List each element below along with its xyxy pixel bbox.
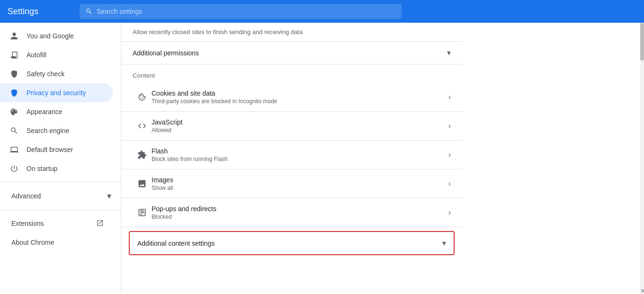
additional-content-settings-label: Additional content settings <box>137 240 442 247</box>
sidebar-label-search-engine: Search engine <box>27 127 104 134</box>
sidebar-label-you-and-google: You and Google <box>27 32 104 40</box>
sidebar-item-appearance[interactable]: Appearance <box>0 102 113 121</box>
palette-icon <box>9 107 19 116</box>
popups-text: Pop-ups and redirects Blocked <box>152 205 448 220</box>
chevron-right-images-icon: › <box>448 179 451 188</box>
sidebar-label-autofill: Autofill <box>27 51 104 59</box>
flash-subtitle: Block sites from running Flash <box>152 156 448 162</box>
cookies-subtitle: Third-party cookies are blocked in Incog… <box>152 98 448 105</box>
content-inner: Allow recently closed sites to finish se… <box>121 23 462 255</box>
puzzle-icon <box>133 150 152 160</box>
search-input[interactable] <box>97 8 396 15</box>
chevron-right-cookies-icon: › <box>448 93 451 101</box>
sidebar-item-advanced[interactable]: Advanced ▾ <box>0 186 121 206</box>
sidebar-item-about-chrome[interactable]: About Chrome <box>0 233 113 252</box>
chevron-right-flash-icon: › <box>448 151 451 159</box>
additional-permissions-row[interactable]: Additional permissions ▾ <box>121 42 462 64</box>
chevron-down-permissions-icon: ▾ <box>447 48 451 57</box>
sidebar-label-default-browser: Default browser <box>27 146 104 153</box>
display-icon <box>9 145 19 154</box>
search-icon <box>85 8 93 15</box>
svg-point-1 <box>142 97 143 98</box>
javascript-subtitle: Allowed <box>152 127 448 134</box>
cookies-title: Cookies and site data <box>152 89 448 97</box>
receipt-icon <box>9 50 19 60</box>
chevron-down-content-icon: ▾ <box>442 239 446 248</box>
sidebar-divider-2 <box>0 210 121 210</box>
shield-blue-icon <box>9 88 19 98</box>
about-chrome-label: About Chrome <box>11 239 104 246</box>
external-link-icon <box>96 219 104 228</box>
javascript-row[interactable]: JavaScript Allowed › <box>121 112 462 141</box>
main-layout: You and Google Autofill Safety check Pri… <box>0 23 644 294</box>
images-text: Images Show all <box>152 176 448 191</box>
flash-text: Flash Block sites from running Flash <box>152 147 448 162</box>
sidebar-label-on-startup: On startup <box>27 165 104 172</box>
settings-title: Settings <box>8 7 74 17</box>
chevron-right-javascript-icon: › <box>448 122 451 130</box>
popup-icon <box>133 208 152 217</box>
code-icon <box>133 121 152 131</box>
sidebar-label-privacy-security: Privacy and security <box>27 89 104 97</box>
svg-point-2 <box>141 98 142 99</box>
images-subtitle: Show all <box>152 185 448 191</box>
sidebar-item-search-engine[interactable]: Search engine <box>0 121 113 140</box>
person-icon <box>9 31 19 41</box>
popups-title: Pop-ups and redirects <box>152 205 448 213</box>
cookie-icon <box>133 92 152 102</box>
scrollbar-track[interactable]: wsxdn.com <box>640 23 644 294</box>
popups-subtitle: Blocked <box>152 214 448 220</box>
power-icon <box>9 164 19 173</box>
content-section-heading: Content <box>121 64 462 83</box>
extensions-label: Extensions <box>11 220 89 227</box>
flash-title: Flash <box>152 147 448 155</box>
sidebar-divider-1 <box>0 182 121 182</box>
wsxdn-watermark: wsxdn.com <box>640 287 644 294</box>
search-nav-icon <box>9 126 19 135</box>
search-bar[interactable] <box>80 4 402 19</box>
header: Settings <box>0 0 644 23</box>
sidebar: You and Google Autofill Safety check Pri… <box>0 23 121 294</box>
shield-icon <box>9 69 19 79</box>
advanced-label: Advanced <box>9 192 99 200</box>
chevron-right-popups-icon: › <box>448 208 451 217</box>
sidebar-label-appearance: Appearance <box>27 108 104 116</box>
sidebar-item-privacy-and-security[interactable]: Privacy and security <box>0 83 113 102</box>
sidebar-item-extensions[interactable]: Extensions <box>0 214 113 233</box>
scrollbar-thumb[interactable] <box>640 23 644 61</box>
sidebar-label-safety-check: Safety check <box>27 70 104 78</box>
popups-row[interactable]: Pop-ups and redirects Blocked › <box>121 198 462 227</box>
images-row[interactable]: Images Show all › <box>121 169 462 198</box>
javascript-title: JavaScript <box>152 118 448 126</box>
additional-content-settings-row[interactable]: Additional content settings ▾ <box>129 231 455 255</box>
sidebar-item-default-browser[interactable]: Default browser <box>0 140 113 159</box>
cookies-text: Cookies and site data Third-party cookie… <box>152 89 448 105</box>
svg-point-0 <box>140 95 142 97</box>
cookies-row[interactable]: Cookies and site data Third-party cookie… <box>121 83 462 112</box>
sidebar-item-on-startup[interactable]: On startup <box>0 159 113 178</box>
partial-text: Allow recently closed sites to finish se… <box>133 28 303 36</box>
sidebar-item-safety-check[interactable]: Safety check <box>0 64 113 83</box>
content-area[interactable]: Allow recently closed sites to finish se… <box>121 23 640 294</box>
sidebar-item-you-and-google[interactable]: You and Google <box>0 27 113 45</box>
additional-permissions-label: Additional permissions <box>133 49 447 57</box>
flash-row[interactable]: Flash Block sites from running Flash › <box>121 141 462 169</box>
partial-top-item: Allow recently closed sites to finish se… <box>121 23 462 42</box>
image-icon <box>133 179 152 188</box>
chevron-down-icon: ▾ <box>107 191 111 201</box>
sidebar-item-autofill[interactable]: Autofill <box>0 45 113 64</box>
javascript-text: JavaScript Allowed <box>152 118 448 134</box>
images-title: Images <box>152 176 448 184</box>
